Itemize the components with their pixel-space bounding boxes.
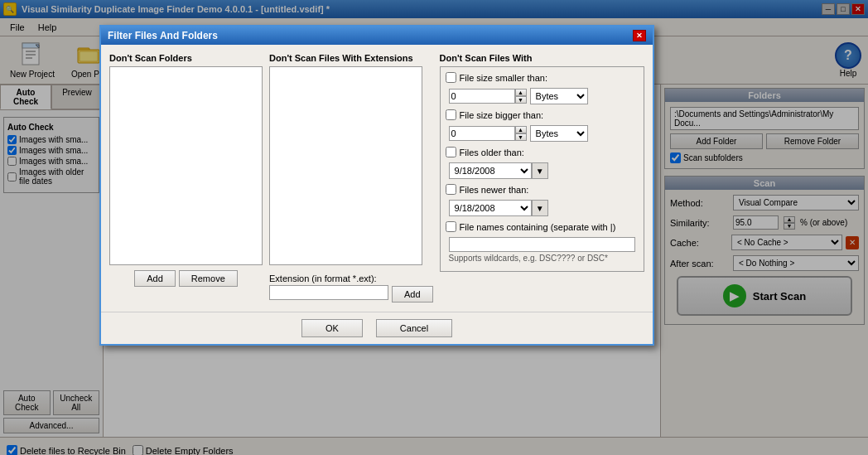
ext-input[interactable] — [269, 285, 388, 300]
file-size-bigger-checkbox-label: File size bigger than: — [446, 109, 544, 120]
no-scan-folders-title: Don't Scan Folders — [109, 53, 263, 63]
size-bigger-input[interactable] — [449, 126, 515, 141]
size-bigger-down[interactable]: ▼ — [515, 133, 527, 141]
filename-containing-checkbox[interactable] — [446, 221, 456, 232]
files-newer-date-btn[interactable]: ▼ — [532, 200, 548, 216]
ext-label: Extension (in format *.ext): — [269, 273, 433, 283]
no-scan-with-col: Don't Scan Files With File size smaller … — [440, 53, 644, 303]
filter-group: File size smaller than: ▲ ▼ — [440, 66, 644, 272]
files-older-checkbox-label: Files older than: — [446, 147, 524, 157]
modal-content: Don't Scan Folders Add Remove Don't Scan… — [101, 45, 653, 312]
file-size-smaller-label: File size smaller than: — [460, 73, 547, 83]
size-bigger-spinner: ▲ ▼ — [515, 126, 527, 141]
files-newer-checkbox[interactable] — [446, 184, 456, 195]
file-size-bigger-input-row: ▲ ▼ Bytes — [449, 125, 639, 142]
size-smaller-unit-select[interactable]: Bytes — [530, 88, 588, 104]
size-smaller-down[interactable]: ▼ — [515, 96, 527, 104]
modal-title-bar: Filter Files And Folders ✕ — [101, 27, 653, 45]
file-size-bigger-label: File size bigger than: — [460, 110, 544, 120]
filter-modal: Filter Files And Folders ✕ Don't Scan Fo… — [99, 25, 654, 346]
file-size-smaller-checkbox-label: File size smaller than: — [446, 72, 547, 83]
file-size-smaller-row: File size smaller than: — [446, 72, 639, 83]
modal-close-button[interactable]: ✕ — [633, 30, 646, 41]
no-scan-with-title: Don't Scan Files With — [440, 53, 644, 63]
filename-containing-checkbox-label: File names containing (separate with |) — [446, 221, 616, 232]
filename-containing-row: File names containing (separate with |) — [446, 221, 639, 232]
size-smaller-spin-container: ▲ ▼ — [449, 89, 527, 104]
files-newer-row: Files newer than: — [446, 184, 639, 195]
no-scan-ext-listbox[interactable] — [269, 66, 422, 265]
no-scan-folders-add-button[interactable]: Add — [134, 270, 176, 287]
size-smaller-input[interactable] — [449, 89, 515, 104]
size-bigger-spin-container: ▲ ▼ — [449, 126, 527, 141]
files-older-checkbox[interactable] — [446, 147, 456, 157]
size-bigger-up[interactable]: ▲ — [515, 126, 527, 133]
files-newer-label: Files newer than: — [460, 185, 529, 195]
no-scan-ext-col: Don't Scan Files With Extensions Extensi… — [269, 53, 433, 303]
filename-input[interactable] — [449, 237, 635, 252]
modal-footer: OK Cancel — [101, 312, 653, 344]
modal-title: Filter Files And Folders — [108, 30, 218, 41]
file-size-bigger-row: File size bigger than: — [446, 109, 639, 120]
no-scan-ext-title: Don't Scan Files With Extensions — [269, 53, 433, 63]
files-newer-checkbox-label: Files newer than: — [446, 184, 529, 195]
modal-ok-button[interactable]: OK — [301, 319, 363, 337]
no-scan-folders-listbox[interactable] — [109, 66, 263, 265]
file-size-bigger-checkbox[interactable] — [446, 109, 456, 120]
filename-input-row: Supports wildcards, e.g. DSC???? or DSC* — [449, 237, 635, 263]
files-older-date-select[interactable]: 9/18/2008 — [449, 162, 532, 179]
modal-overlay: Filter Files And Folders ✕ Don't Scan Fo… — [0, 0, 868, 455]
filename-containing-label: File names containing (separate with |) — [460, 222, 616, 232]
files-older-date-btn[interactable]: ▼ — [532, 162, 548, 179]
ext-input-section: Extension (in format *.ext): Add — [269, 273, 433, 303]
app-wrapper: 🔍 Visual Similarity Duplicate Image Find… — [0, 0, 868, 455]
file-size-smaller-input-row: ▲ ▼ Bytes — [449, 88, 639, 104]
size-smaller-spinner: ▲ ▼ — [515, 89, 527, 104]
files-older-label: Files older than: — [460, 148, 524, 157]
wildcards-note: Supports wildcards, e.g. DSC???? or DSC* — [449, 254, 635, 263]
files-newer-date-select[interactable]: 9/18/2008 — [449, 200, 532, 216]
files-older-row: Files older than: — [446, 147, 639, 157]
size-bigger-unit-select[interactable]: Bytes — [530, 125, 588, 142]
no-scan-folders-remove-button[interactable]: Remove — [179, 270, 238, 287]
no-scan-folders-col: Don't Scan Folders Add Remove — [109, 53, 263, 303]
ext-add-row: Add — [269, 285, 433, 303]
no-scan-folders-buttons: Add Remove — [109, 270, 263, 287]
ext-add-button[interactable]: Add — [392, 286, 433, 303]
size-smaller-up[interactable]: ▲ — [515, 89, 527, 96]
files-newer-datepicker: 9/18/2008 ▼ — [449, 200, 639, 216]
files-older-datepicker: 9/18/2008 ▼ — [449, 162, 639, 179]
modal-cancel-button[interactable]: Cancel — [376, 319, 452, 337]
file-size-smaller-checkbox[interactable] — [446, 72, 456, 83]
